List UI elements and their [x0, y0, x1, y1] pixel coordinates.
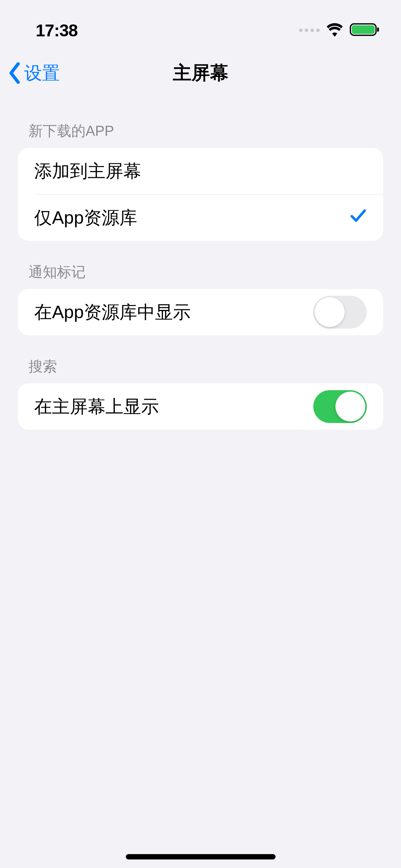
status-bar: 17:38	[0, 0, 401, 50]
back-label: 设置	[24, 61, 60, 85]
wifi-icon	[326, 22, 343, 38]
nav-bar: 设置 主屏幕	[0, 50, 401, 96]
status-indicators	[299, 22, 380, 38]
toggle-show-on-home[interactable]	[313, 390, 367, 423]
group-badges: 在App资源库中显示	[18, 289, 383, 335]
checkmark-icon	[350, 207, 367, 228]
group-search: 在主屏幕上显示	[18, 383, 383, 430]
section-header-new-apps: 新下载的APP	[18, 96, 383, 148]
page-title: 主屏幕	[173, 61, 228, 86]
group-new-apps: 添加到主屏幕 仅App资源库	[18, 148, 383, 241]
toggle-show-in-app-library[interactable]	[313, 296, 367, 329]
option-label: 仅App资源库	[34, 206, 137, 230]
section-header-badges: 通知标记	[18, 241, 383, 289]
row-show-in-app-library: 在App资源库中显示	[18, 289, 383, 335]
option-app-library-only[interactable]: 仅App资源库	[18, 195, 383, 241]
section-header-search: 搜索	[18, 335, 383, 383]
option-add-to-home[interactable]: 添加到主屏幕	[18, 148, 383, 194]
back-button[interactable]: 设置	[8, 61, 60, 85]
status-time: 17:38	[36, 21, 78, 40]
row-show-on-home: 在主屏幕上显示	[18, 383, 383, 430]
svg-rect-2	[377, 27, 379, 32]
chevron-left-icon	[8, 62, 21, 84]
svg-rect-1	[352, 25, 375, 34]
toggle-label: 在App资源库中显示	[34, 300, 191, 324]
home-indicator[interactable]	[126, 854, 276, 859]
battery-icon	[350, 22, 380, 38]
option-label: 添加到主屏幕	[34, 159, 141, 183]
cellular-dots-icon	[299, 29, 320, 32]
content: 新下载的APP 添加到主屏幕 仅App资源库 通知标记 在App资源库中显示 搜…	[0, 96, 401, 430]
toggle-label: 在主屏幕上显示	[34, 395, 159, 419]
